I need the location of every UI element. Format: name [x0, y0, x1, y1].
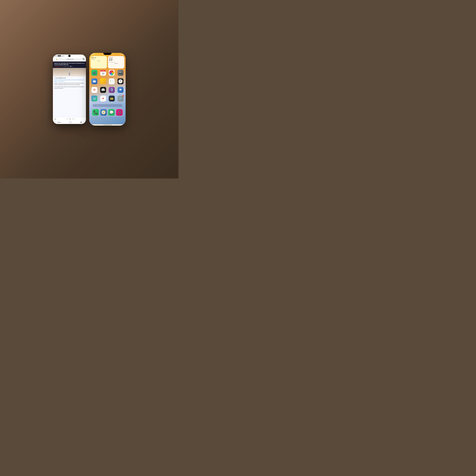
app-maps[interactable]: 🗺️ Maps	[91, 96, 98, 103]
article-meta: STEPHEN CLARK – 14 JAN 2025 12:20 💬 48	[54, 66, 85, 67]
app-podcasts[interactable]: 🎙️ Podcasts	[108, 87, 116, 94]
photos-rainbow	[109, 70, 114, 75]
maps-icon: 🗺️	[91, 96, 97, 102]
cellular-icon: ●●●	[119, 54, 121, 55]
wifi-icon: ▲	[121, 54, 122, 55]
app-news[interactable]: N News	[91, 87, 98, 94]
app-reminders[interactable]: Reminders	[108, 78, 116, 85]
iphone-dock: 📞 🧭 💬 🎵	[91, 108, 124, 117]
app-wallet[interactable]: 💳 Wallet	[108, 96, 116, 103]
search-icon: 🔍	[94, 105, 96, 106]
nav-home-button[interactable]	[69, 121, 71, 123]
dock-phone[interactable]: 📞	[92, 109, 99, 116]
notes-widget-icon: 📝	[91, 57, 93, 58]
highlight-blue-text: SpaceX is superb at reusing boosters, bu…	[54, 79, 85, 82]
widget-notes[interactable]: 📝 Notes No Notes Notes	[91, 56, 107, 68]
highlight-body1: SpaceX continues to break its own record…	[54, 83, 85, 85]
article-comments-count: 48	[72, 66, 73, 67]
widget-calendar[interactable]: TUESDAY 10 No events today Calendar	[108, 56, 124, 68]
mail-label: Mail	[94, 85, 95, 85]
appstore-svg	[119, 88, 122, 92]
battery-icon: 🔋	[84, 55, 85, 56]
settings-symbol: ⚙️	[119, 97, 122, 100]
highlights-close-button[interactable]: ×	[84, 77, 85, 79]
android-status-left: 16:33 31:27 ▲▼ •	[54, 55, 65, 56]
messages-symbol: 💬	[109, 110, 114, 115]
app-grid-row1: 📹 FaceTime TUE 10 Calendar	[89, 69, 126, 78]
safari-symbol: 🧭	[101, 110, 106, 115]
news-icon: N	[91, 87, 97, 93]
notes-icon-symbol: 📝	[92, 57, 93, 58]
android-time: 16:33	[54, 55, 57, 56]
refresh-icon[interactable]: ↻	[83, 57, 85, 61]
dock-music[interactable]: 🎵	[116, 109, 123, 116]
signal-icons: ▲▼ •	[62, 55, 65, 56]
facetime-symbol: 📹	[93, 71, 96, 74]
article-date: –	[62, 66, 62, 67]
settings-icon: ⚙️ 2	[118, 96, 123, 102]
maps-symbol: 🗺️	[93, 97, 96, 100]
widget-cal-events: No events today	[109, 62, 123, 63]
url-bar[interactable]: arstechnica.com	[58, 58, 82, 60]
app-calendar[interactable]: TUE 10 Calendar	[99, 70, 107, 77]
android-phone: 16:33 31:27 ▲▼ • 🔋 ☆ 🔒 arstechnica.com ↻	[53, 54, 86, 124]
notes-lines	[103, 81, 103, 82]
settings-label: Settings	[119, 102, 122, 103]
app-grid-row4: 🗺️ Maps ♥ Health 💳 Wallet	[89, 95, 126, 103]
share-button[interactable]: ⤴	[75, 118, 75, 119]
widget-cal-label: Calendar	[109, 63, 123, 64]
dock-messages[interactable]: 💬	[108, 109, 115, 116]
cal-day-abbr: TUE	[102, 70, 104, 71]
playback-speed[interactable]: 1.0x	[54, 119, 56, 119]
fast-forward-button[interactable]: ↻	[72, 118, 73, 120]
calendar-label: Calendar	[102, 76, 105, 77]
highlights-label: Read highlights aloud	[55, 77, 66, 79]
reminders-dots	[110, 80, 114, 83]
widget-notes-header: 📝 Notes	[91, 57, 106, 58]
nav-recent-button[interactable]	[57, 122, 61, 122]
camera-symbol: 📷	[119, 71, 122, 74]
reminders-icon	[109, 78, 115, 84]
cal-icon-mini: TUE 10	[100, 70, 106, 76]
app-health[interactable]: ♥ Health	[99, 96, 107, 103]
app-clock[interactable]: Clock	[117, 78, 124, 85]
rem-line3	[111, 82, 113, 82]
battery-icon: ▮	[123, 54, 123, 55]
bookmark-icon[interactable]: ☆	[54, 58, 55, 60]
highlight-body2: This reusable booster, B1067, has now la…	[54, 86, 85, 89]
iphone-screen: 4:09 ●●● ▲ ▮ 📝 Notes No Notes	[89, 53, 126, 124]
safari-icon: 🧭	[100, 109, 107, 116]
app-appletv[interactable]: TV	[99, 87, 107, 94]
widget-cal-date: 10	[109, 58, 123, 61]
lock-icon: 🔒	[56, 58, 58, 60]
rem-row1	[110, 80, 113, 81]
rem-row2	[110, 81, 113, 82]
camera-icon: 📷	[118, 70, 123, 76]
phone-icon: 📞	[92, 109, 99, 116]
rewind-button[interactable]: ↺	[67, 118, 68, 120]
cal-top: TUE	[100, 70, 106, 71]
app-notes[interactable]: Notes	[99, 78, 107, 85]
nav-back-button[interactable]	[80, 121, 82, 123]
app-settings[interactable]: ⚙️ 2 Settings	[117, 96, 124, 103]
sparkle-icon: ✦	[54, 77, 55, 79]
dock-safari[interactable]: 🧭	[100, 109, 107, 116]
pause-button[interactable]: ⏸	[69, 118, 71, 120]
search-bar[interactable]: 🔍 Search	[93, 104, 122, 107]
rem-dot-red	[110, 80, 111, 81]
app-camera[interactable]: 📷 Camera	[117, 70, 124, 77]
rem-dot-orange	[110, 82, 111, 83]
audio-controls: ↺ ⏸ ↻ ⤴	[57, 118, 85, 120]
svg-point-8	[120, 81, 121, 82]
article-comments: 💬	[70, 66, 71, 67]
app-photos[interactable]: Photos	[108, 70, 116, 77]
app-appstore[interactable]: App Store	[117, 87, 124, 94]
app-facetime[interactable]: 📹 FaceTime	[91, 70, 98, 77]
app-mail[interactable]: ✉️ Mail	[91, 78, 98, 85]
iphone-status-right: ●●● ▲ ▮	[119, 54, 123, 55]
phone-symbol: 📞	[93, 110, 98, 115]
app-grid-row2: ✉️ Mail Notes	[89, 78, 126, 86]
article-title: SpaceX has launched one of its Falcon 9 …	[54, 63, 85, 66]
android-screen: 16:33 31:27 ▲▼ • 🔋 ☆ 🔒 arstechnica.com ↻	[53, 54, 86, 124]
appletv-icon	[100, 87, 106, 93]
